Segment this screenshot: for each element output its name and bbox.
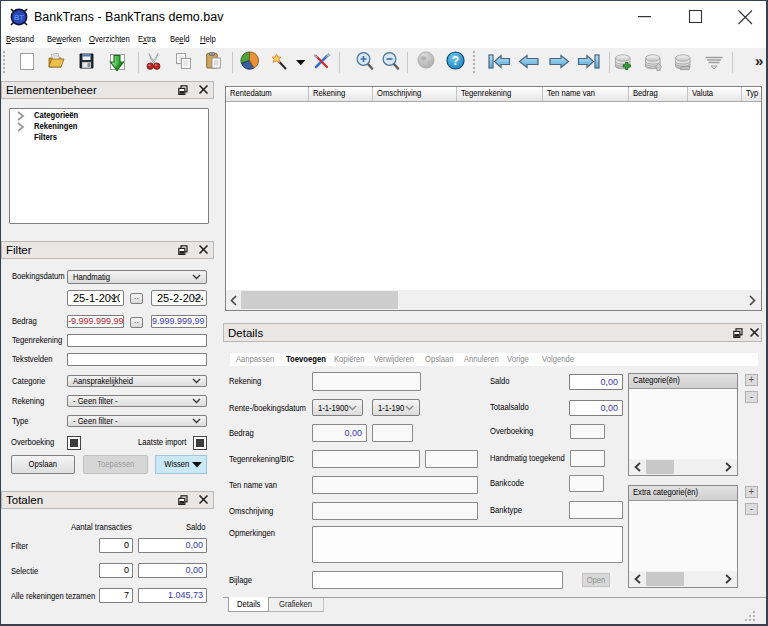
svg-text:BT: BT [14, 14, 24, 21]
svg-text:?: ? [452, 54, 460, 68]
